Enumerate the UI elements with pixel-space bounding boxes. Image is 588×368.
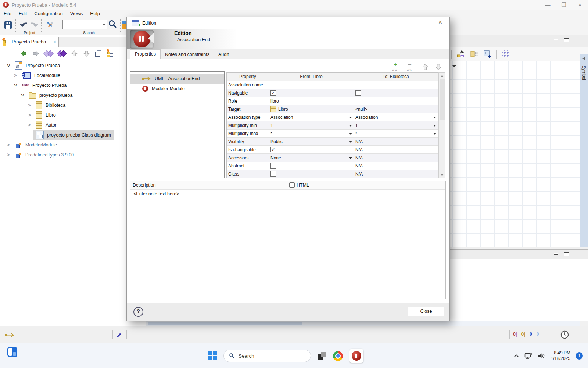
twisty-open-icon[interactable]: > <box>13 83 18 88</box>
restore-button[interactable]: ❐ <box>556 0 572 10</box>
chrome-icon[interactable] <box>333 351 343 361</box>
scrollbar-thumb[interactable] <box>440 79 445 120</box>
menu-file[interactable]: File <box>0 10 15 18</box>
menu-edit[interactable]: Edit <box>15 10 31 18</box>
scroll-down-icon[interactable] <box>441 174 444 176</box>
search-combo[interactable] <box>62 20 107 29</box>
panel-maximize-icon[interactable] <box>564 252 569 256</box>
tree-item[interactable]: >proyecto prueba <box>0 90 146 100</box>
property-value-cell[interactable]: * <box>269 130 354 138</box>
tray-chevron-icon[interactable] <box>513 354 519 358</box>
property-value-cell[interactable]: * <box>354 130 438 138</box>
property-value-cell[interactable] <box>354 97 438 105</box>
tree-node[interactable]: Biblioteca <box>33 100 68 110</box>
expand-palette-icon[interactable] <box>582 57 585 60</box>
html-toggle[interactable]: HTML <box>289 182 309 188</box>
undo-button[interactable] <box>18 20 29 30</box>
collapse-all-button[interactable]: − <box>95 50 102 57</box>
tree-node[interactable]: PredefinedTypes 3.9.00 <box>12 150 77 160</box>
minimize-button[interactable]: — <box>539 0 556 10</box>
task-view-icon[interactable] <box>318 351 326 360</box>
snap-grid-icon[interactable] <box>502 50 510 58</box>
tree-item[interactable]: >Proyecto Prueba <box>0 80 146 90</box>
audit-clock-icon[interactable] <box>560 330 569 339</box>
redo-button[interactable] <box>29 20 40 30</box>
network-icon[interactable] <box>524 353 533 359</box>
property-value-cell[interactable] <box>269 81 354 89</box>
checkbox-checked-icon[interactable]: ✓ <box>270 90 276 96</box>
add-element-button[interactable]: +«» <box>392 62 401 72</box>
dropdown-caret-icon[interactable] <box>349 133 352 135</box>
panel-minimize-icon[interactable] <box>553 252 558 255</box>
horizontal-scrollbar[interactable] <box>146 321 580 326</box>
tree-node[interactable]: Proyecto Prueba <box>12 61 63 70</box>
tree-item[interactable]: >Autor <box>0 120 146 130</box>
remove-element-button[interactable]: −«» <box>407 62 416 72</box>
tree-node[interactable]: ModelerModule <box>12 140 60 150</box>
menu-views[interactable]: Views <box>67 10 86 18</box>
dialog-close-icon[interactable]: × <box>435 18 445 26</box>
dropdown-caret-icon[interactable] <box>433 125 436 127</box>
tree-view-button[interactable] <box>107 50 114 57</box>
taskbar-search[interactable]: Search <box>223 350 311 362</box>
row-up-button[interactable] <box>422 63 429 71</box>
tree-item[interactable]: proyecto prueba Class diagram <box>0 130 146 140</box>
tree-node[interactable]: proyecto prueba Class diagram <box>33 130 114 140</box>
property-value-cell[interactable] <box>269 162 354 170</box>
mask-element-icon[interactable] <box>470 50 478 58</box>
dialog-close-button[interactable]: Close <box>408 307 444 316</box>
checkbox-unchecked-icon[interactable] <box>270 171 276 177</box>
property-value-cell[interactable]: N/A <box>354 138 438 146</box>
tree-node[interactable]: proyecto prueba <box>26 91 75 99</box>
property-value-cell[interactable]: libro <box>269 97 354 105</box>
checkbox-checked-icon[interactable]: ✓ <box>270 147 276 152</box>
row-down-button[interactable] <box>435 63 442 71</box>
panel-minimize-icon[interactable] <box>553 38 558 41</box>
symbol-palette-tab[interactable]: Symbol <box>580 54 588 247</box>
table-scrollbar[interactable] <box>438 72 445 178</box>
tree-item[interactable]: >Libro <box>0 110 146 120</box>
menu-configuration[interactable]: Configuration <box>31 10 66 18</box>
property-value-cell[interactable]: ✓ <box>269 146 354 154</box>
tab-audit[interactable]: Audit <box>214 50 233 59</box>
property-value-cell[interactable] <box>269 170 354 178</box>
property-value-cell[interactable]: N/A <box>354 162 438 170</box>
tree-item[interactable]: >Proyecto Prueba <box>0 60 146 70</box>
twisty-closed-icon[interactable]: > <box>13 73 18 78</box>
navigate-back-button[interactable] <box>20 50 27 57</box>
menu-help[interactable]: Help <box>86 10 104 18</box>
scrollbar-thumb[interactable] <box>148 322 302 325</box>
property-value-cell[interactable]: Association <box>354 113 438 121</box>
configure-tools-button[interactable] <box>45 20 55 30</box>
add-to-diagram-icon[interactable] <box>483 50 491 58</box>
property-value-cell[interactable]: N/A <box>354 154 438 162</box>
edit-pencil-icon[interactable] <box>115 331 122 338</box>
property-value-cell[interactable]: N/A <box>354 146 438 154</box>
property-value-cell[interactable]: 1 <box>354 121 438 130</box>
modelio-taskbar-icon[interactable] <box>349 349 363 363</box>
checkbox-unchecked-icon[interactable] <box>270 163 276 169</box>
navigate-forward-button[interactable] <box>32 50 39 57</box>
search-button[interactable] <box>108 19 118 29</box>
html-checkbox[interactable] <box>289 182 295 188</box>
close-button[interactable]: × <box>572 0 588 10</box>
twisty-closed-icon[interactable]: > <box>6 142 11 148</box>
move-down-button[interactable] <box>83 50 90 57</box>
tree-node[interactable]: Libro <box>33 110 59 120</box>
tree-node[interactable]: Proyecto Prueba <box>19 81 69 90</box>
view-menu-caret-icon[interactable] <box>452 65 456 67</box>
dropdown-caret-icon[interactable] <box>349 141 352 143</box>
linked-elements-button[interactable] <box>58 50 66 57</box>
format-brush-icon[interactable] <box>457 50 465 58</box>
property-value-cell[interactable]: N/A <box>354 170 438 178</box>
property-value-cell[interactable]: ✓ <box>269 89 354 97</box>
twisty-closed-icon[interactable]: > <box>27 103 32 108</box>
dropdown-caret-icon[interactable] <box>433 133 436 135</box>
property-value-cell[interactable]: <null> <box>354 105 438 113</box>
dropdown-caret-icon[interactable] <box>349 157 352 159</box>
tab-notes-and-constraints[interactable]: Notes and constraints <box>161 50 214 59</box>
property-value-cell[interactable] <box>354 89 438 97</box>
module-item[interactable]: Modeler Module <box>130 84 224 93</box>
scroll-up-icon[interactable] <box>441 75 444 77</box>
tab-close-icon[interactable]: × <box>53 39 56 45</box>
